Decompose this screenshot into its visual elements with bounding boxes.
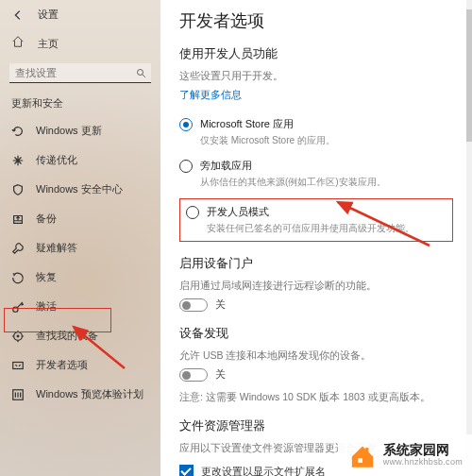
radio-label: Microsoft Store 应用 — [200, 117, 335, 131]
key-icon — [11, 300, 25, 314]
sidebar-item-activation[interactable]: 激活 — [0, 292, 160, 321]
radio-label: 旁加载应用 — [200, 159, 386, 173]
sidebar-item-backup[interactable]: 备份 — [0, 204, 160, 233]
dev-features-hint: 这些设置只用于开发。 — [179, 70, 453, 83]
radio-indicator — [186, 206, 199, 219]
radio-indicator — [179, 160, 193, 173]
scrollbar-thumb[interactable] — [466, 9, 472, 142]
search-box[interactable] — [9, 63, 151, 83]
toggle-label: 关 — [215, 298, 226, 312]
insider-icon — [11, 388, 25, 401]
house-icon — [347, 440, 378, 470]
home-icon — [11, 35, 25, 52]
section-dev-features: 使用开发人员功能 — [179, 45, 453, 62]
radio-indicator — [179, 118, 193, 131]
main-content: 开发者选项 使用开发人员功能 这些设置只用于开发。 了解更多信息 Microso… — [160, 0, 472, 476]
sidebar-home[interactable]: 主页 — [0, 29, 160, 58]
shield-icon — [11, 183, 25, 196]
developer-icon — [11, 359, 25, 372]
device-discovery-toggle[interactable] — [179, 368, 208, 382]
locate-icon — [11, 330, 25, 343]
nav-label: 查找我的设备 — [36, 329, 98, 343]
sidebar: 设置 主页 更新和安全 Windows 更新 传递优化 Windows 安全中心… — [0, 0, 160, 476]
search-input[interactable] — [9, 63, 151, 83]
delivery-icon — [11, 154, 25, 167]
sidebar-item-security[interactable]: Windows 安全中心 — [0, 175, 160, 204]
learn-more-link[interactable]: 了解更多信息 — [179, 89, 242, 102]
sdk-note: 注意: 这需要 Windows 10 SDK 版本 1803 或更高版本。 — [179, 391, 453, 404]
device-portal-hint: 启用通过局域网连接进行远程诊断的功能。 — [179, 280, 453, 293]
home-label: 主页 — [38, 37, 59, 51]
scrollbar[interactable] — [466, 0, 472, 476]
radio-label: 开发人员模式 — [207, 205, 414, 219]
device-discovery-hint: 允许 USB 连接和本地网络发现你的设备。 — [179, 349, 453, 363]
recovery-icon — [11, 271, 25, 284]
sidebar-item-troubleshoot[interactable]: 疑难解答 — [0, 233, 160, 263]
watermark: 系统家园网 www.hnzkhbsb.com — [338, 434, 472, 476]
watermark-url: www.hnzkhbsb.com — [383, 458, 463, 468]
nav-label: 传递优化 — [36, 153, 77, 167]
sidebar-item-findmydevice[interactable]: 查找我的设备 — [0, 321, 160, 350]
watermark-title: 系统家园网 — [383, 443, 463, 457]
nav-label: 备份 — [36, 212, 57, 226]
back-icon[interactable] — [11, 8, 25, 22]
settings-title: 设置 — [38, 8, 59, 22]
checkbox-icon — [179, 465, 194, 476]
sidebar-item-developer[interactable]: 开发者选项 — [0, 350, 160, 380]
radio-store-apps[interactable]: Microsoft Store 应用 仅安装 Microsoft Store 的… — [179, 111, 453, 153]
nav-label: Windows 更新 — [36, 124, 102, 138]
svg-rect-6 — [365, 448, 368, 453]
wrench-icon — [11, 242, 25, 255]
sidebar-item-insider[interactable]: Windows 预览体验计划 — [0, 380, 160, 409]
svg-rect-7 — [358, 458, 362, 463]
search-icon — [136, 66, 147, 83]
nav-label: Windows 安全中心 — [36, 182, 123, 196]
nav-label: 恢复 — [36, 270, 57, 284]
svg-point-0 — [138, 70, 143, 76]
nav-label: Windows 预览体验计划 — [36, 387, 143, 401]
page-title: 开发者选项 — [179, 9, 453, 32]
svg-rect-4 — [13, 362, 24, 368]
radio-desc: 仅安装 Microsoft Store 的应用。 — [200, 134, 335, 147]
toggle-label: 关 — [215, 368, 226, 382]
section-file-explorer: 文件资源管理器 — [179, 417, 453, 434]
refresh-icon — [11, 125, 25, 138]
sidebar-section: 更新和安全 — [0, 89, 160, 116]
radio-desc: 从你信任的其他来源(例如工作区)安装应用。 — [200, 176, 386, 189]
section-device-discovery: 设备发现 — [179, 325, 453, 342]
sidebar-item-delivery[interactable]: 传递优化 — [0, 145, 160, 175]
backup-icon — [11, 212, 25, 226]
sidebar-item-recovery[interactable]: 恢复 — [0, 263, 160, 292]
section-device-portal: 启用设备门户 — [179, 255, 453, 272]
radio-developer-mode[interactable]: 开发人员模式 安装任何已签名的可信应用并使用高级开发功能。 — [186, 205, 447, 235]
nav-label: 激活 — [36, 299, 57, 314]
sidebar-item-update[interactable]: Windows 更新 — [0, 116, 160, 145]
annotation-devmode-highlight: 开发人员模式 安装任何已签名的可信应用并使用高级开发功能。 — [179, 198, 453, 242]
radio-desc: 安装任何已签名的可信应用并使用高级开发功能。 — [207, 222, 414, 235]
device-portal-toggle[interactable] — [179, 298, 208, 312]
checkbox-label: 更改设置以显示文件扩展名 — [201, 466, 326, 477]
svg-point-3 — [17, 335, 19, 337]
radio-group: Microsoft Store 应用 仅安装 Microsoft Store 的… — [179, 111, 453, 242]
radio-sideload[interactable]: 旁加载应用 从你信任的其他来源(例如工作区)安装应用。 — [179, 153, 453, 195]
nav-label: 疑难解答 — [36, 241, 77, 255]
nav-label: 开发者选项 — [36, 358, 88, 372]
